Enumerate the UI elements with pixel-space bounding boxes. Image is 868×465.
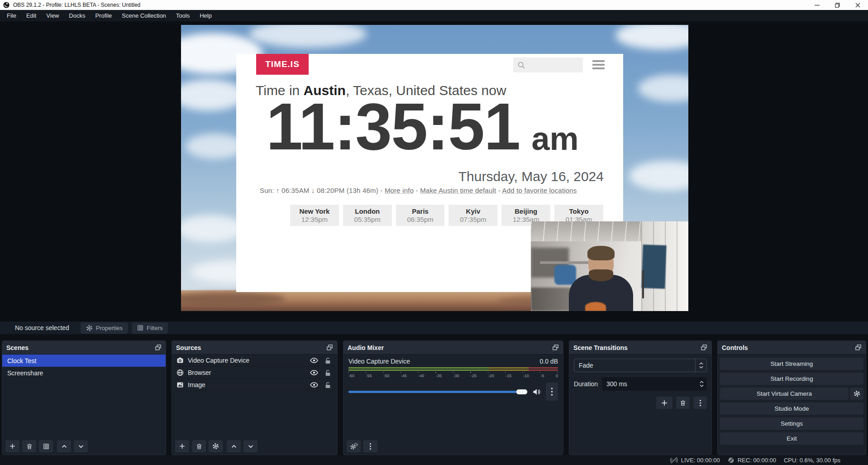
rec-status: REC: 00:00:00 [728, 457, 776, 464]
gear-icon [86, 325, 93, 331]
controls-dock-header: Controls [718, 341, 866, 355]
spin-arrows-icon[interactable] [696, 381, 707, 387]
make-default-link[interactable]: Make Austin time default [420, 187, 496, 194]
advanced-audio-button[interactable] [347, 440, 361, 452]
status-bar: LIVE: 00:00:00 REC: 00:00:00 CPU: 0.6%, … [0, 455, 868, 465]
move-source-up-button[interactable] [227, 440, 241, 452]
mixer-channel-menu-button[interactable] [546, 383, 558, 401]
transition-menu-button[interactable] [693, 397, 707, 409]
popout-icon[interactable] [155, 344, 162, 351]
preview-canvas[interactable]: TIME.IS Time in Austin, Texas, United St… [0, 21, 868, 321]
more-info-link[interactable]: More info [385, 187, 414, 194]
duration-spinbox[interactable]: 300 ms [602, 377, 707, 391]
add-favorite-link[interactable]: Add to favorite locations [502, 187, 577, 194]
visibility-eye-icon[interactable] [310, 357, 318, 364]
add-scene-button[interactable] [5, 440, 19, 452]
city-paris[interactable]: Paris06:35pm [396, 205, 445, 226]
menu-view[interactable]: View [41, 10, 64, 21]
menu-bar: File Edit View Docks Profile Scene Colle… [0, 10, 868, 21]
menu-docks[interactable]: Docks [64, 10, 90, 21]
restore-button[interactable] [827, 0, 848, 10]
scene-item-screenshare[interactable]: Screenshare [2, 367, 166, 379]
lock-icon[interactable] [325, 357, 331, 364]
volume-slider-handle[interactable] [516, 389, 527, 394]
office-chair [554, 265, 576, 285]
speaker-icon[interactable] [533, 388, 541, 396]
move-scene-down-button[interactable] [74, 440, 88, 452]
no-source-label: No source selected [15, 324, 69, 331]
mixer-menu-button[interactable] [363, 440, 377, 452]
start-virtual-camera-button[interactable]: Start Virtual Camera [720, 388, 849, 400]
settings-button[interactable]: Settings [720, 417, 863, 430]
visibility-eye-icon[interactable] [310, 382, 318, 388]
sun-times: Sun: ↑ 06:35AM ↓ 08:20PM (13h 46m) [260, 187, 378, 194]
menu-tools[interactable]: Tools [171, 10, 195, 21]
lock-icon[interactable] [325, 382, 331, 388]
virtual-camera-config-button[interactable] [850, 388, 863, 400]
city-london[interactable]: London05:35pm [343, 205, 392, 226]
window-title: OBS 29.1.2 - Profile: LLHLS BETA - Scene… [13, 2, 140, 8]
camera-icon [176, 357, 184, 364]
title-bar: OBS 29.1.2 - Profile: LLHLS BETA - Scene… [0, 0, 868, 10]
cpu-status: CPU: 0.6%, 30.00 fps [784, 457, 840, 464]
add-transition-button[interactable] [656, 397, 672, 409]
studio-mode-button[interactable]: Studio Mode [720, 403, 863, 415]
timeis-search-input[interactable] [513, 58, 583, 72]
program-video: TIME.IS Time in Austin, Texas, United St… [181, 25, 688, 311]
volume-slider[interactable] [348, 391, 527, 393]
mixer-channel-name: Video Capture Device [348, 358, 410, 365]
exit-button[interactable]: Exit [720, 432, 863, 445]
obs-window: OBS 29.1.2 - Profile: LLHLS BETA - Scene… [0, 0, 868, 465]
scene-transitions-dock: Scene Transitions Fade Duration 300 ms [569, 340, 712, 455]
hamburger-menu-icon[interactable] [592, 60, 605, 69]
source-row-image[interactable]: Image [172, 379, 337, 391]
scenes-title: Scenes [6, 344, 29, 351]
transition-select[interactable]: Fade [574, 359, 707, 372]
menu-help[interactable]: Help [195, 10, 217, 21]
scene-transitions-dock-header: Scene Transitions [569, 341, 711, 355]
source-properties-button[interactable] [209, 440, 223, 452]
source-row-browser[interactable]: Browser [172, 367, 337, 379]
popout-icon[interactable] [552, 344, 559, 351]
controls-dock: Controls Start Streaming Start Recording… [717, 340, 866, 455]
filters-button[interactable]: Filters [132, 322, 168, 334]
obs-logo-icon [3, 2, 10, 8]
search-icon [517, 61, 525, 69]
timeis-logo[interactable]: TIME.IS [256, 54, 309, 75]
source-row-video-capture[interactable]: Video Capture Device [172, 355, 337, 367]
sources-dock: Sources Video Capture Device Browser [172, 340, 338, 455]
timeis-date: Thursday, May 16, 2024 [458, 169, 604, 184]
remove-source-button[interactable] [192, 440, 206, 452]
timeis-clock: 11:35:51 am [266, 92, 578, 161]
start-recording-button[interactable]: Start Recording [720, 373, 863, 385]
audio-mixer-dock-header: Audio Mixer [343, 341, 563, 355]
minimize-button[interactable] [807, 0, 827, 10]
properties-button[interactable]: Properties [81, 322, 128, 334]
remove-transition-button[interactable] [676, 397, 690, 409]
city-new-york[interactable]: New York12:35pm [290, 205, 339, 226]
city-kyiv[interactable]: Kyiv07:35pm [448, 205, 497, 226]
record-inactive-icon [728, 457, 734, 464]
menu-file[interactable]: File [2, 10, 21, 21]
popout-icon[interactable] [326, 344, 333, 351]
clock-ampm: am [531, 122, 578, 155]
move-source-down-button[interactable] [243, 440, 258, 452]
scene-filters-button[interactable] [39, 440, 53, 452]
add-source-button[interactable] [175, 440, 189, 452]
popout-icon[interactable] [855, 344, 862, 351]
menu-edit[interactable]: Edit [21, 10, 41, 21]
sources-dock-header: Sources [172, 341, 337, 355]
menu-scene-collection[interactable]: Scene Collection [117, 10, 171, 21]
combo-arrows-icon[interactable] [695, 359, 706, 372]
menu-profile[interactable]: Profile [90, 10, 117, 21]
start-streaming-button[interactable]: Start Streaming [720, 358, 863, 370]
remove-scene-button[interactable] [22, 440, 36, 452]
selected-source-bar: No source selected Properties Filters [0, 321, 868, 334]
move-scene-up-button[interactable] [57, 440, 71, 452]
clock-time: 11:35:51 [266, 92, 520, 161]
popout-icon[interactable] [701, 344, 707, 351]
lock-icon[interactable] [325, 369, 331, 376]
visibility-eye-icon[interactable] [310, 369, 318, 376]
scene-item-clock-test[interactable]: Clock Test [2, 355, 166, 367]
close-button[interactable] [848, 0, 868, 10]
